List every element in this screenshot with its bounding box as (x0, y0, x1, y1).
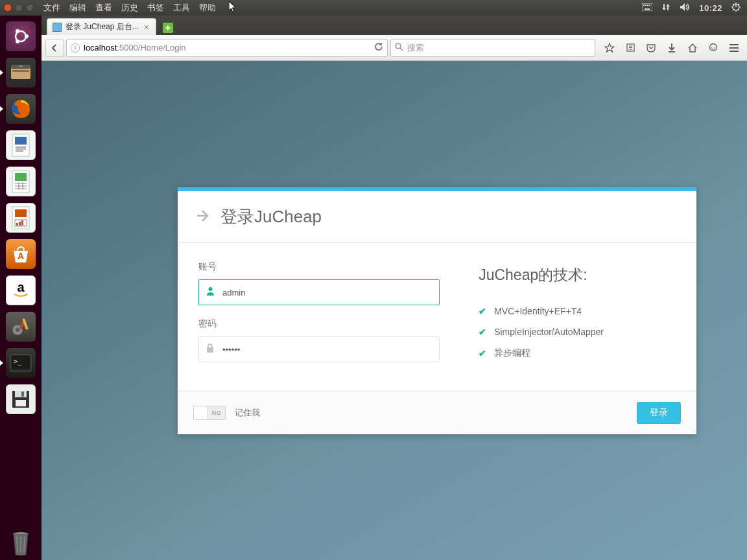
check-icon: ✔ (479, 327, 486, 337)
browser-tab[interactable]: 登录 JuCheap 后台... × (47, 18, 156, 35)
svg-point-8 (25, 34, 29, 38)
svg-rect-11 (11, 67, 30, 79)
url-bar[interactable]: i localhost:5000/Home/Login (66, 39, 388, 57)
svg-rect-38 (16, 400, 26, 406)
keyboard-icon[interactable] (642, 3, 652, 13)
check-icon: ✔ (479, 348, 486, 358)
reload-button[interactable] (374, 42, 383, 53)
remember-label: 记住我 (235, 407, 260, 419)
svg-text:>_: >_ (14, 358, 22, 366)
new-tab-button[interactable]: + (160, 21, 176, 35)
hamburger-menu-icon[interactable] (725, 39, 743, 57)
menu-file[interactable]: 文件 (39, 2, 65, 14)
home-icon[interactable] (683, 39, 702, 57)
menu-edit[interactable]: 编辑 (65, 2, 91, 14)
svg-rect-25 (21, 220, 23, 226)
login-header: 登录JuCheap (178, 191, 696, 243)
search-bar[interactable]: 搜索 (390, 39, 595, 57)
svg-point-43 (711, 47, 713, 48)
launcher-terminal[interactable]: >_ (4, 346, 38, 380)
tab-favicon-icon (53, 23, 62, 32)
login-footer: NO 记住我 登录 (178, 391, 696, 434)
launcher-settings[interactable] (4, 310, 38, 344)
password-input[interactable] (198, 336, 440, 362)
launcher-files[interactable] (4, 56, 38, 89)
svg-rect-37 (21, 391, 24, 397)
svg-point-10 (16, 40, 19, 43)
tech-item: ✔MVC+Identity+EF+T4 (479, 301, 676, 321)
tab-close-button[interactable]: × (143, 22, 150, 32)
clock[interactable]: 10:22 (699, 3, 722, 13)
page-viewport: 登录JuCheap 账号 密码 (42, 61, 747, 560)
svg-rect-0 (642, 3, 652, 11)
signin-icon (196, 208, 211, 226)
toggle-text: NO (208, 410, 225, 416)
tech-item: ✔SimpleInjector/AutoMapper (479, 321, 676, 342)
launcher-writer[interactable] (4, 128, 38, 162)
login-submit-button[interactable]: 登录 (637, 402, 681, 424)
back-button[interactable] (45, 39, 64, 57)
menu-tools[interactable]: 工具 (169, 2, 195, 14)
tab-strip: 登录 JuCheap 后台... × + (42, 16, 747, 35)
pocket-icon[interactable] (642, 39, 660, 57)
svg-point-42 (710, 43, 717, 51)
svg-rect-3 (647, 5, 648, 6)
tech-item: ✔异步编程 (479, 342, 676, 364)
svg-rect-17 (15, 137, 27, 145)
network-icon[interactable] (661, 3, 670, 14)
svg-rect-24 (19, 222, 21, 226)
window-close-button[interactable] (4, 4, 12, 12)
volume-icon[interactable] (680, 3, 690, 14)
svg-text:a: a (17, 280, 25, 294)
user-icon (206, 286, 215, 298)
tech-info: JuCheap的技术: ✔MVC+Identity+EF+T4 ✔SimpleI… (466, 261, 676, 375)
username-label: 账号 (198, 261, 440, 273)
toggle-handle (194, 406, 208, 419)
username-input[interactable] (198, 279, 440, 305)
launcher-impress[interactable] (4, 201, 38, 235)
launcher-trash[interactable] (4, 526, 38, 560)
password-label: 密码 (198, 318, 440, 330)
svg-rect-2 (645, 5, 646, 6)
browser-window: 登录 JuCheap 后台... × + i localhost:5000/Ho… (42, 16, 747, 560)
check-icon: ✔ (479, 306, 486, 316)
svg-point-44 (715, 47, 716, 48)
svg-rect-5 (645, 8, 650, 10)
window-controls (4, 4, 34, 12)
svg-point-45 (209, 287, 213, 291)
launcher-save[interactable] (4, 382, 38, 416)
svg-rect-23 (16, 223, 18, 226)
tech-heading: JuCheap的技术: (479, 265, 676, 285)
svg-rect-21 (15, 209, 27, 217)
site-info-icon[interactable]: i (71, 43, 80, 52)
svg-rect-1 (643, 5, 645, 6)
launcher-calc[interactable] (4, 165, 38, 198)
chat-icon[interactable] (704, 39, 722, 57)
system-menubar: 文件 编辑 查看 历史 书签 工具 帮助 10:22 (0, 0, 747, 16)
downloads-icon[interactable] (663, 39, 681, 57)
power-icon[interactable] (731, 3, 741, 14)
svg-point-40 (396, 43, 401, 49)
launcher-amazon[interactable]: a (4, 274, 38, 307)
url-text: localhost:5000/Home/Login (84, 43, 186, 52)
launcher-software[interactable]: A (4, 237, 38, 271)
window-minimize-button[interactable] (15, 4, 23, 12)
menu-history[interactable]: 历史 (117, 2, 143, 14)
login-heading: 登录JuCheap (220, 205, 322, 228)
svg-point-9 (16, 29, 19, 33)
bookmark-star-icon[interactable] (600, 39, 619, 57)
svg-rect-12 (12, 70, 29, 72)
menu-bookmarks[interactable]: 书签 (143, 2, 169, 14)
window-maximize-button[interactable] (26, 4, 34, 12)
tab-title: 登录 JuCheap 后台... (65, 21, 139, 32)
svg-rect-19 (15, 173, 27, 181)
menu-help[interactable]: 帮助 (195, 2, 220, 14)
login-form: 账号 密码 (198, 261, 466, 375)
launcher-dash[interactable] (4, 19, 38, 53)
remember-toggle[interactable]: NO (193, 406, 226, 420)
bookmarks-list-icon[interactable] (621, 39, 639, 57)
unity-launcher: A a >_ (0, 16, 42, 560)
launcher-firefox[interactable] (4, 92, 38, 126)
svg-rect-46 (207, 347, 213, 353)
menu-view[interactable]: 查看 (91, 2, 117, 14)
